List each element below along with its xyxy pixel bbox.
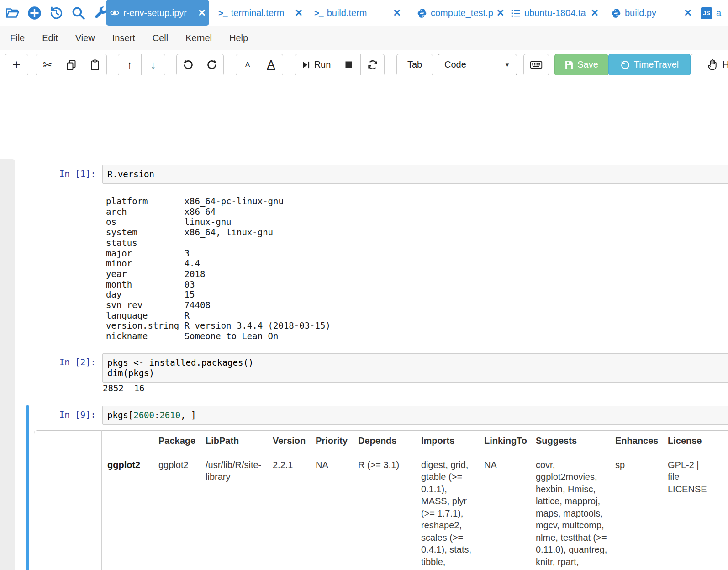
stop-icon <box>344 60 353 69</box>
keyboard-shortcuts-button[interactable] <box>523 54 549 75</box>
stop-button[interactable] <box>337 54 361 75</box>
menu-cell[interactable]: Cell <box>153 33 168 43</box>
code-number: 2600 <box>133 410 154 420</box>
close-icon[interactable]: × <box>684 7 691 19</box>
redo-button[interactable] <box>200 54 224 75</box>
tab-terminal[interactable]: >_ terminal.term × <box>215 0 306 26</box>
cell-imports: digest, grid, gtable (>= 0.1.1), MASS, p… <box>421 459 484 570</box>
format-small-button[interactable]: A <box>236 54 259 75</box>
restart-kernel-button[interactable] <box>361 54 385 75</box>
python-icon <box>417 8 427 18</box>
cell-suggests: covr, ggplot2movies, hexbin, Hmisc, latt… <box>536 459 615 570</box>
notebook-area: In [1]: R.version platform x86_64-pc-lin… <box>0 79 728 570</box>
cell-3-code-input[interactable]: pkgs[2600:2610, ] <box>102 406 728 425</box>
undo-button[interactable] <box>176 54 200 75</box>
col-header-license: License <box>668 435 713 447</box>
cell-2-code-input[interactable]: pkgs <- installed.packages() dim(pkgs) <box>102 353 728 383</box>
tab-build-py[interactable]: build.py × <box>607 0 695 26</box>
open-folder-icon[interactable] <box>4 3 21 22</box>
table-row: ggplot2 ggplot2 /usr/lib/R/site-library … <box>102 453 728 570</box>
cell-priority: NA <box>316 459 358 570</box>
jupyter-icon <box>110 8 120 18</box>
cell-libpath: /usr/lib/R/site-library <box>206 459 273 570</box>
format-large-button[interactable]: A <box>259 54 283 75</box>
notebook-toolbar: + ✂ ↑ ↓ A A Run Tab Code ▼ <box>0 50 728 79</box>
undo-icon <box>183 59 194 70</box>
tasks-icon <box>511 8 521 18</box>
redo-icon <box>206 59 217 70</box>
menu-kernel[interactable]: Kernel <box>185 33 212 43</box>
halt-button[interactable]: H <box>691 54 728 75</box>
col-header-priority: Priority <box>316 435 358 447</box>
col-header-linkingto: LinkingTo <box>484 435 536 447</box>
col-header-rowname <box>107 435 158 447</box>
arrow-down-icon: ↓ <box>151 59 156 70</box>
cell-1-code-input[interactable]: R.version <box>102 165 728 184</box>
menu-help[interactable]: Help <box>229 33 248 43</box>
col-header-depends: Depends <box>358 435 421 447</box>
run-label: Run <box>314 59 331 70</box>
tab-overflow[interactable]: JS a <box>697 0 728 26</box>
col-header-enhances: Enhances <box>615 435 668 447</box>
paste-cell-button[interactable] <box>83 54 107 75</box>
cut-cell-button[interactable]: ✂ <box>36 54 59 75</box>
col-header-imports: Imports <box>421 435 484 447</box>
tab-label: a <box>716 8 721 18</box>
python-icon <box>611 8 621 18</box>
cell-depends: R (>= 3.1) <box>358 459 421 570</box>
search-icon[interactable] <box>69 3 87 22</box>
arrow-up-icon: ↑ <box>127 59 132 70</box>
tab-label: ubuntu-1804.ta <box>524 8 586 18</box>
step-forward-icon <box>301 60 311 69</box>
cell-type-select[interactable]: Code ▼ <box>438 54 517 75</box>
close-icon[interactable]: × <box>393 7 401 19</box>
tab-ubuntu-1804[interactable]: ubuntu-1804.ta × <box>507 0 602 26</box>
run-cell-button[interactable]: Run <box>295 54 337 75</box>
top-tab-bar: r-env-setup.ipyr × >_ terminal.term × >_… <box>0 0 728 26</box>
recent-files-icon[interactable] <box>47 3 65 22</box>
new-file-icon[interactable] <box>26 3 43 22</box>
close-icon[interactable]: × <box>591 7 598 19</box>
cell-2-output: 2852 16 <box>103 383 145 394</box>
tab-build-term[interactable]: >_ build.term × <box>311 0 404 26</box>
col-header-suggests: Suggests <box>536 435 615 447</box>
terminal-icon: >_ <box>218 8 227 18</box>
letter-a-large-icon: A <box>267 58 275 72</box>
hand-icon <box>707 59 719 71</box>
menu-edit[interactable]: Edit <box>42 33 58 43</box>
move-cell-down-button[interactable]: ↓ <box>142 54 165 75</box>
cell-1-output: platform x86_64-pc-linux-gnu arch x86_64… <box>106 196 331 341</box>
close-icon[interactable]: × <box>295 7 302 19</box>
move-cell-up-button[interactable]: ↑ <box>118 54 142 75</box>
terminal-icon: >_ <box>314 8 323 18</box>
tab-compute-test[interactable]: compute_test.p × <box>413 0 504 26</box>
refresh-icon <box>367 59 378 70</box>
menu-bar: File Edit View Insert Cell Kernel Help <box>0 26 728 50</box>
cell-rowname: ggplot2 <box>107 459 158 570</box>
add-cell-button[interactable]: + <box>5 54 28 75</box>
clipboard-icon <box>90 59 100 70</box>
cell-package: ggplot2 <box>158 459 206 570</box>
close-icon[interactable]: × <box>497 7 504 19</box>
copy-icon <box>66 59 77 70</box>
left-scrollbar[interactable] <box>0 159 15 570</box>
scissors-icon: ✂ <box>43 59 52 70</box>
copy-cell-button[interactable] <box>59 54 83 75</box>
selected-cell-indicator <box>26 405 29 570</box>
cell-linkingto: NA <box>484 459 536 570</box>
col-header-libpath: LibPath <box>206 435 273 447</box>
tab-label: build.term <box>327 8 367 18</box>
save-button[interactable]: Save <box>554 54 608 75</box>
tab-r-env-setup[interactable]: r-env-setup.ipyr × <box>106 0 209 26</box>
menu-file[interactable]: File <box>10 33 25 43</box>
timetravel-button[interactable]: TimeTravel <box>608 54 691 75</box>
tab-complete-button[interactable]: Tab <box>396 54 433 75</box>
col-header-version: Version <box>273 435 316 447</box>
tab-label: compute_test.p <box>431 8 493 18</box>
code-token: pkgs[ <box>107 410 133 420</box>
cell-enhances: sp <box>615 459 668 570</box>
menu-insert[interactable]: Insert <box>112 33 135 43</box>
menu-view[interactable]: View <box>75 33 95 43</box>
tab-label: r-env-setup.ipyr <box>123 8 187 18</box>
close-icon[interactable]: × <box>198 7 206 19</box>
